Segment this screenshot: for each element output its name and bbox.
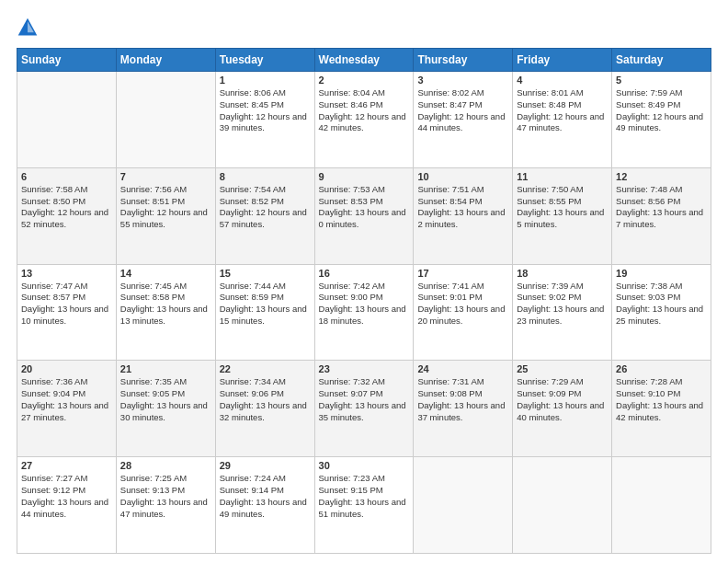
day-number: 21: [120, 363, 211, 374]
day-number: 15: [220, 268, 311, 279]
day-number: 16: [319, 268, 410, 279]
day-number: 23: [319, 363, 410, 374]
day-info: Sunrise: 7:31 AM Sunset: 9:08 PM Dayligh…: [417, 376, 508, 423]
day-info: Sunrise: 7:47 AM Sunset: 8:57 PM Dayligh…: [21, 281, 112, 327]
day-cell: 12Sunrise: 7:48 AM Sunset: 8:56 PM Dayli…: [612, 167, 711, 264]
day-info: Sunrise: 7:38 AM Sunset: 9:03 PM Dayligh…: [616, 281, 707, 327]
day-info: Sunrise: 8:02 AM Sunset: 8:47 PM Dayligh…: [417, 87, 508, 134]
day-info: Sunrise: 7:29 AM Sunset: 9:09 PM Dayligh…: [517, 376, 608, 423]
day-number: 17: [417, 268, 508, 279]
day-cell: 14Sunrise: 7:45 AM Sunset: 8:58 PM Dayli…: [116, 264, 215, 361]
calendar-table: SundayMondayTuesdayWednesdayThursdayFrid…: [17, 48, 711, 554]
day-info: Sunrise: 8:04 AM Sunset: 8:46 PM Dayligh…: [319, 87, 410, 134]
day-header-saturday: Saturday: [612, 49, 711, 72]
logo-icon: [17, 17, 39, 39]
day-number: 6: [21, 171, 112, 182]
day-cell: [17, 72, 117, 168]
day-number: 18: [517, 268, 608, 279]
day-info: Sunrise: 7:42 AM Sunset: 9:00 PM Dayligh…: [319, 281, 410, 327]
day-header-wednesday: Wednesday: [314, 49, 414, 72]
day-info: Sunrise: 7:23 AM Sunset: 9:15 PM Dayligh…: [319, 473, 410, 520]
day-number: 26: [616, 363, 707, 374]
day-cell: 15Sunrise: 7:44 AM Sunset: 8:59 PM Dayli…: [215, 264, 314, 361]
day-number: 24: [417, 363, 508, 374]
day-number: 20: [21, 363, 112, 374]
day-cell: 20Sunrise: 7:36 AM Sunset: 9:04 PM Dayli…: [17, 361, 117, 457]
day-number: 22: [220, 363, 311, 374]
day-cell: 23Sunrise: 7:32 AM Sunset: 9:07 PM Dayli…: [314, 361, 414, 457]
day-cell: [612, 457, 711, 554]
day-header-tuesday: Tuesday: [215, 49, 314, 72]
week-row-3: 13Sunrise: 7:47 AM Sunset: 8:57 PM Dayli…: [17, 264, 711, 361]
day-info: Sunrise: 8:06 AM Sunset: 8:45 PM Dayligh…: [220, 87, 311, 134]
day-info: Sunrise: 7:32 AM Sunset: 9:07 PM Dayligh…: [319, 376, 410, 423]
day-header-friday: Friday: [513, 49, 612, 72]
day-cell: 6Sunrise: 7:58 AM Sunset: 8:50 PM Daylig…: [17, 167, 117, 264]
day-info: Sunrise: 7:36 AM Sunset: 9:04 PM Dayligh…: [21, 376, 112, 423]
header-row: SundayMondayTuesdayWednesdayThursdayFrid…: [17, 49, 711, 72]
day-cell: 24Sunrise: 7:31 AM Sunset: 9:08 PM Dayli…: [414, 361, 513, 457]
day-cell: [116, 72, 215, 168]
day-cell: 11Sunrise: 7:50 AM Sunset: 8:55 PM Dayli…: [513, 167, 612, 264]
day-info: Sunrise: 7:28 AM Sunset: 9:10 PM Dayligh…: [616, 376, 707, 423]
day-cell: 17Sunrise: 7:41 AM Sunset: 9:01 PM Dayli…: [414, 264, 513, 361]
day-number: 3: [417, 75, 508, 86]
day-number: 10: [417, 171, 508, 182]
day-number: 8: [220, 171, 311, 182]
day-header-thursday: Thursday: [414, 49, 513, 72]
day-info: Sunrise: 7:25 AM Sunset: 9:13 PM Dayligh…: [120, 473, 211, 520]
day-info: Sunrise: 7:35 AM Sunset: 9:05 PM Dayligh…: [120, 376, 211, 423]
day-cell: 21Sunrise: 7:35 AM Sunset: 9:05 PM Dayli…: [116, 361, 215, 457]
day-info: Sunrise: 7:51 AM Sunset: 8:54 PM Dayligh…: [417, 184, 508, 231]
day-number: 12: [616, 171, 707, 182]
day-number: 7: [120, 171, 211, 182]
day-cell: 29Sunrise: 7:24 AM Sunset: 9:14 PM Dayli…: [215, 457, 314, 554]
day-number: 11: [517, 171, 608, 182]
day-cell: 26Sunrise: 7:28 AM Sunset: 9:10 PM Dayli…: [612, 361, 711, 457]
day-info: Sunrise: 7:59 AM Sunset: 8:49 PM Dayligh…: [616, 87, 707, 134]
day-info: Sunrise: 7:39 AM Sunset: 9:02 PM Dayligh…: [517, 281, 608, 327]
day-cell: 3Sunrise: 8:02 AM Sunset: 8:47 PM Daylig…: [414, 72, 513, 168]
day-info: Sunrise: 8:01 AM Sunset: 8:48 PM Dayligh…: [517, 87, 608, 134]
day-number: 1: [220, 75, 311, 86]
day-header-sunday: Sunday: [17, 49, 117, 72]
day-info: Sunrise: 7:44 AM Sunset: 8:59 PM Dayligh…: [220, 281, 311, 327]
day-number: 30: [319, 460, 410, 471]
day-info: Sunrise: 7:34 AM Sunset: 9:06 PM Dayligh…: [220, 376, 311, 423]
day-info: Sunrise: 7:45 AM Sunset: 8:58 PM Dayligh…: [120, 281, 211, 327]
day-cell: 1Sunrise: 8:06 AM Sunset: 8:45 PM Daylig…: [215, 72, 314, 168]
day-cell: 22Sunrise: 7:34 AM Sunset: 9:06 PM Dayli…: [215, 361, 314, 457]
day-info: Sunrise: 7:54 AM Sunset: 8:52 PM Dayligh…: [220, 184, 311, 231]
day-number: 19: [616, 268, 707, 279]
day-cell: 4Sunrise: 8:01 AM Sunset: 8:48 PM Daylig…: [513, 72, 612, 168]
week-row-1: 1Sunrise: 8:06 AM Sunset: 8:45 PM Daylig…: [17, 72, 711, 168]
day-info: Sunrise: 7:41 AM Sunset: 9:01 PM Dayligh…: [417, 281, 508, 327]
day-cell: 10Sunrise: 7:51 AM Sunset: 8:54 PM Dayli…: [414, 167, 513, 264]
week-row-5: 27Sunrise: 7:27 AM Sunset: 9:12 PM Dayli…: [17, 457, 711, 554]
header: [17, 17, 711, 39]
day-cell: 27Sunrise: 7:27 AM Sunset: 9:12 PM Dayli…: [17, 457, 117, 554]
day-info: Sunrise: 7:53 AM Sunset: 8:53 PM Dayligh…: [319, 184, 410, 231]
day-cell: [414, 457, 513, 554]
day-header-monday: Monday: [116, 49, 215, 72]
logo: [17, 17, 42, 39]
page: SundayMondayTuesdayWednesdayThursdayFrid…: [0, 0, 728, 563]
day-number: 13: [21, 268, 112, 279]
day-cell: [513, 457, 612, 554]
day-number: 4: [517, 75, 608, 86]
day-number: 27: [21, 460, 112, 471]
day-info: Sunrise: 7:58 AM Sunset: 8:50 PM Dayligh…: [21, 184, 112, 231]
day-info: Sunrise: 7:27 AM Sunset: 9:12 PM Dayligh…: [21, 473, 112, 520]
day-cell: 16Sunrise: 7:42 AM Sunset: 9:00 PM Dayli…: [314, 264, 414, 361]
day-info: Sunrise: 7:48 AM Sunset: 8:56 PM Dayligh…: [616, 184, 707, 231]
day-cell: 9Sunrise: 7:53 AM Sunset: 8:53 PM Daylig…: [314, 167, 414, 264]
day-cell: 13Sunrise: 7:47 AM Sunset: 8:57 PM Dayli…: [17, 264, 117, 361]
day-cell: 28Sunrise: 7:25 AM Sunset: 9:13 PM Dayli…: [116, 457, 215, 554]
day-number: 5: [616, 75, 707, 86]
day-cell: 19Sunrise: 7:38 AM Sunset: 9:03 PM Dayli…: [612, 264, 711, 361]
day-cell: 18Sunrise: 7:39 AM Sunset: 9:02 PM Dayli…: [513, 264, 612, 361]
day-info: Sunrise: 7:50 AM Sunset: 8:55 PM Dayligh…: [517, 184, 608, 231]
day-info: Sunrise: 7:56 AM Sunset: 8:51 PM Dayligh…: [120, 184, 211, 231]
day-cell: 7Sunrise: 7:56 AM Sunset: 8:51 PM Daylig…: [116, 167, 215, 264]
day-number: 28: [120, 460, 211, 471]
